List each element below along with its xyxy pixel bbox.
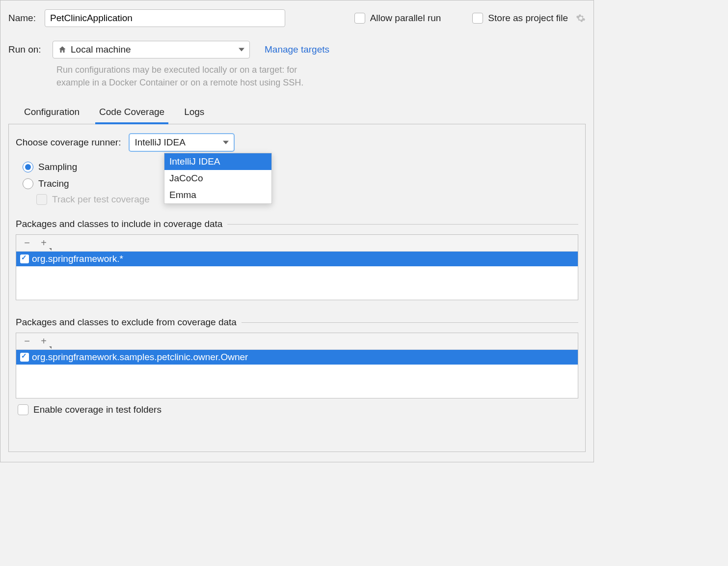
exclude-toolbar: − + [16, 333, 578, 350]
include-list: − + org.springframework.* [16, 234, 578, 300]
divider [242, 322, 578, 323]
include-title: Packages and classes to include in cover… [16, 219, 222, 229]
include-add-button[interactable]: + [37, 237, 51, 250]
allow-parallel-checkbox[interactable] [354, 13, 365, 24]
sampling-radio-row[interactable]: Sampling [23, 159, 578, 175]
store-project-checkbox[interactable] [472, 13, 483, 24]
tab-configuration[interactable]: Configuration [20, 104, 83, 124]
run-on-combo[interactable]: Local machine [53, 41, 250, 58]
chevron-down-icon [223, 140, 229, 145]
runner-dropdown: IntelliJ IDEA JaCoCo Emma [164, 153, 272, 204]
runner-label: Choose coverage runner: [16, 137, 121, 148]
include-header: Packages and classes to include in cover… [16, 219, 578, 229]
exclude-item-text: org.springframework.samples.petclinic.ow… [32, 352, 248, 363]
exclude-title: Packages and classes to exclude from cov… [16, 317, 237, 328]
track-per-test-row: Track per test coverage [36, 194, 578, 205]
runner-selected: IntelliJ IDEA [135, 137, 223, 148]
allow-parallel-checkbox-wrap[interactable]: Allow parallel run [354, 13, 441, 24]
code-coverage-panel: Choose coverage runner: IntelliJ IDEA In… [8, 124, 586, 452]
runner-option-jacoco[interactable]: JaCoCo [164, 170, 271, 187]
track-per-test-checkbox [36, 194, 47, 205]
enable-test-folders-row[interactable]: Enable coverage in test folders [18, 404, 578, 415]
sampling-label: Sampling [38, 162, 77, 172]
coverage-mode-group: Sampling Tracing Track per test coverage [23, 159, 578, 205]
runner-option-emma[interactable]: Emma [164, 187, 271, 203]
tab-code-coverage[interactable]: Code Coverage [95, 104, 168, 124]
runner-row: Choose coverage runner: IntelliJ IDEA In… [16, 133, 578, 152]
tracing-radio-row[interactable]: Tracing [23, 175, 578, 192]
manage-targets-link[interactable]: Manage targets [265, 44, 329, 55]
exclude-header: Packages and classes to exclude from cov… [16, 317, 578, 328]
include-item-text: org.springframework.* [32, 254, 123, 264]
sampling-radio[interactable] [23, 162, 33, 172]
run-config-panel: Name: Allow parallel run Store as projec… [0, 0, 594, 462]
home-icon [58, 45, 67, 54]
enable-test-folders-label: Enable coverage in test folders [33, 404, 162, 415]
tab-bar: Configuration Code Coverage Logs [8, 104, 586, 124]
exclude-list: − + org.springframework.samples.petclini… [16, 333, 578, 398]
include-remove-button[interactable]: − [20, 237, 34, 250]
run-on-selected: Local machine [71, 44, 239, 55]
divider [227, 224, 578, 225]
run-on-label: Run on: [8, 44, 47, 55]
name-input[interactable] [45, 9, 285, 27]
runner-combo[interactable]: IntelliJ IDEA [129, 133, 235, 152]
run-on-hint: Run configurations may be executed local… [56, 63, 331, 89]
tab-logs[interactable]: Logs [180, 104, 208, 124]
include-item-checkbox[interactable] [20, 255, 29, 263]
runner-option-intellij[interactable]: IntelliJ IDEA [164, 153, 271, 170]
include-toolbar: − + [16, 235, 578, 252]
name-row: Name: Allow parallel run Store as projec… [8, 9, 586, 27]
tracing-label: Tracing [38, 178, 69, 189]
run-on-row: Run on: Local machine Manage targets [8, 41, 586, 58]
store-project-checkbox-wrap[interactable]: Store as project file [472, 13, 586, 24]
include-item[interactable]: org.springframework.* [16, 252, 578, 266]
chevron-down-icon [239, 47, 244, 53]
gear-icon[interactable] [576, 13, 586, 23]
track-per-test-label: Track per test coverage [52, 194, 150, 205]
tracing-radio[interactable] [23, 178, 33, 189]
store-project-label: Store as project file [488, 13, 568, 24]
exclude-add-button[interactable]: + [37, 335, 51, 348]
exclude-item[interactable]: org.springframework.samples.petclinic.ow… [16, 350, 578, 365]
exclude-remove-button[interactable]: − [20, 335, 34, 348]
enable-test-folders-checkbox[interactable] [18, 404, 28, 415]
name-label: Name: [8, 13, 36, 24]
exclude-item-checkbox[interactable] [20, 353, 29, 362]
allow-parallel-label: Allow parallel run [370, 13, 441, 24]
